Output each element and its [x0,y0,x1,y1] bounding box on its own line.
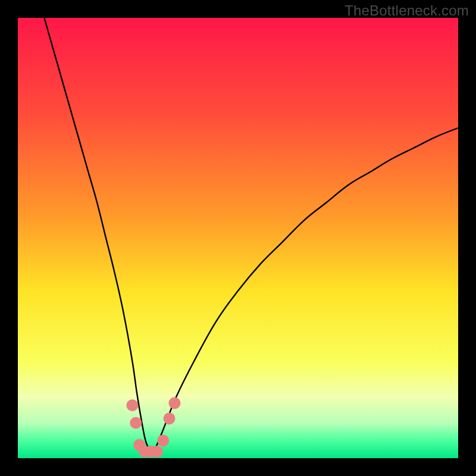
marker-dot [126,399,138,411]
marker-dot [157,434,169,446]
chart-frame: TheBottleneck.com [0,0,476,476]
chart-background [18,18,458,458]
marker-dot [130,417,142,429]
chart-svg [18,18,458,458]
marker-dot [168,397,180,409]
chart-plot-area [18,18,458,458]
marker-dot [164,412,176,424]
watermark-text: TheBottleneck.com [345,2,469,19]
marker-dot [151,446,163,458]
